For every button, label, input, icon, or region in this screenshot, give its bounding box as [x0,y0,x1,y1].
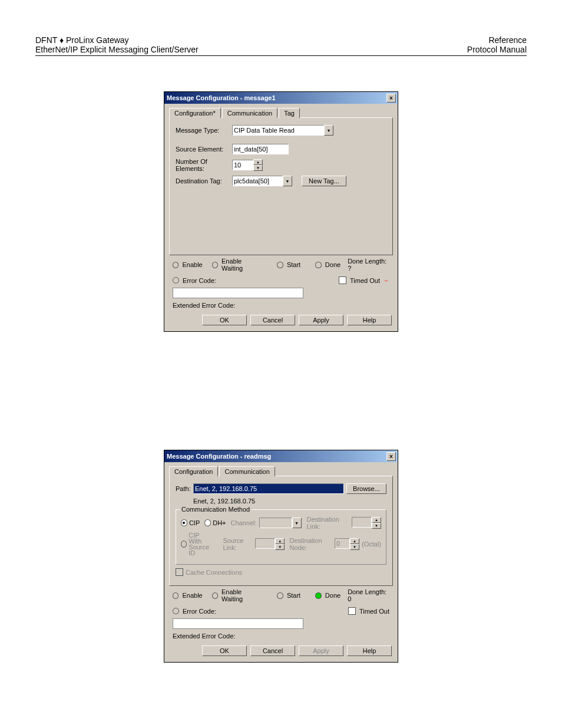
spinner-up-icon: ▲ [350,538,359,544]
arrow-left-icon: ← [384,277,389,284]
enable-indicator-icon [173,262,178,268]
num-elements-input[interactable] [232,160,253,170]
error-text-box [173,288,303,298]
dialog-readmsg: Message Configuration - readmsg × Config… [164,450,398,663]
label-source-element: Source Element: [176,146,232,153]
chevron-down-icon[interactable]: ▼ [283,176,292,186]
new-tag-button[interactable]: New Tag... [302,176,346,186]
message-type-dropdown[interactable] [232,125,324,136]
label-cip-with: CIP WithSource ID [189,532,213,556]
spinner-down-icon: ▼ [275,544,285,550]
label-dest-link: Destination Link: [306,516,349,530]
label-enable: Enable [182,592,202,599]
radio-dh[interactable] [204,519,211,526]
dialog-message1: Message Configuration - message1 × Confi… [164,91,398,332]
path-input[interactable] [193,483,344,494]
error-text-box [173,618,303,629]
source-link-input [255,538,275,549]
label-enable: Enable [182,261,202,268]
label-cip: CIP [189,519,200,526]
enable-waiting-indicator-icon [212,592,218,599]
ok-button[interactable]: OK [202,645,247,656]
error-indicator-icon [173,608,179,614]
done-indicator-icon [315,262,321,268]
spinner-up-icon: ▲ [372,517,381,523]
spinner-up-icon: ▲ [275,538,285,544]
label-done: Done [325,261,340,268]
label-enable-waiting: Enable Waiting [222,258,262,272]
window-title: Message Configuration - message1 [167,94,276,101]
tab-tag[interactable]: Tag [279,108,300,118]
label-octal: (Octal) [362,541,381,548]
channel-input [259,518,292,528]
titlebar[interactable]: Message Configuration - message1 × [164,92,398,104]
label-enable-waiting: Enable Waiting [222,588,262,602]
label-dest-node: Destination Node: [289,537,332,551]
tab-communication[interactable]: Communication [222,108,277,118]
spinner-up-icon[interactable]: ▲ [253,159,263,165]
tab-configuration[interactable]: Configuration [169,466,218,476]
window-title: Message Configuration - readmsg [167,453,271,460]
header-left-line1: DFNT ♦ ProLinx Gateway [35,35,199,45]
label-start: Start [287,592,300,599]
radio-cip[interactable] [181,519,187,526]
label-start: Start [287,261,300,268]
label-source-link: Source Link: [223,537,253,551]
cache-connections-checkbox [176,568,183,576]
titlebar[interactable]: Message Configuration - readmsg × [164,450,398,462]
browse-button[interactable]: Browse... [346,483,386,494]
label-extended-error: Extended Error Code: [173,302,235,309]
cancel-button[interactable]: Cancel [250,645,295,656]
dest-link-input [352,517,372,528]
enable-indicator-icon [173,592,178,599]
communication-method-group: Communication Method CIP DH+ Channel: ▼ … [176,509,386,565]
legend-comm-method: Communication Method [180,506,252,513]
label-dh: DH+ [213,519,226,526]
label-error-code: Error Code: [183,277,216,284]
tab-configuration[interactable]: Configuration* [169,108,221,118]
label-timed-out: Timed Out [350,277,380,284]
chevron-down-icon: ▼ [292,518,302,528]
label-error-code: Error Code: [183,608,216,615]
start-indicator-icon [277,592,283,599]
spinner-down-icon[interactable]: ▼ [253,165,263,171]
error-indicator-icon [173,277,179,284]
tab-communication[interactable]: Communication [219,466,275,476]
spinner-down-icon: ▼ [372,523,381,529]
timed-out-checkbox[interactable] [339,276,346,284]
ok-button[interactable]: OK [202,315,247,325]
apply-button: Apply [299,645,343,656]
page-header: DFNT ♦ ProLinx Gateway EtherNet/IP Expli… [35,35,527,56]
label-done-length: Done Length: 0 [348,588,389,602]
header-right-line2: Protocol Manual [467,45,527,54]
label-message-type: Message Type: [176,127,232,134]
apply-button[interactable]: Apply [299,315,343,325]
label-done-length: Done Length: ? [348,258,389,272]
label-timed-out: Timed Out [359,608,389,615]
help-button[interactable]: Help [347,315,392,325]
close-icon[interactable]: × [386,452,396,461]
cancel-button[interactable]: Cancel [250,315,295,325]
label-dest-tag: Destination Tag: [176,177,232,185]
spinner-down-icon: ▼ [350,544,359,550]
label-num-elements: Number Of Elements: [176,158,232,172]
label-channel: Channel: [231,519,257,526]
header-left-line2: EtherNet/IP Explicit Messaging Client/Se… [35,45,199,54]
close-icon[interactable]: × [386,94,396,103]
start-indicator-icon [277,262,283,268]
header-right-line1: Reference [467,35,527,45]
destination-tag-input[interactable] [232,176,283,186]
chevron-down-icon[interactable]: ▼ [324,125,333,136]
source-element-input[interactable] [232,144,289,154]
label-cache: Cache Connections [186,569,242,576]
label-done: Done [325,592,340,599]
timed-out-checkbox[interactable] [348,607,356,615]
radio-cip-with-source [181,541,187,548]
enable-waiting-indicator-icon [212,262,218,268]
help-button[interactable]: Help [347,645,392,656]
dest-node-input [335,538,350,549]
path-echo: Enet, 2, 192.168.0.75 [193,498,255,505]
label-path: Path: [176,485,193,492]
done-indicator-icon [315,592,321,599]
label-extended-error: Extended Error Code: [173,633,235,640]
